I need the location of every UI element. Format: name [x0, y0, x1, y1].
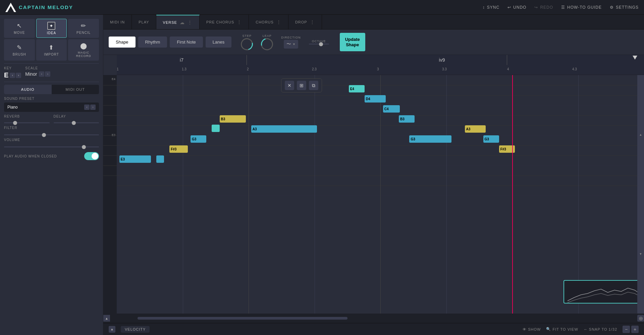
show-button[interactable]: 👁 SHOW [523, 327, 541, 331]
zoom-controls: − + [623, 326, 639, 333]
note-e4-1[interactable]: E4 [349, 85, 365, 92]
sync-button[interactable]: ↕ SYNC [483, 5, 499, 10]
note-e3-2[interactable] [156, 155, 164, 163]
expand-left-arrow[interactable]: ▲ [103, 315, 110, 322]
toolbar-params: STEP LEAP DIRECTION 〜 ▼ [241, 33, 365, 51]
scroll-down-arrow[interactable]: ▼ [637, 194, 644, 314]
tab-rhythm[interactable]: Rhythm [138, 37, 167, 48]
tool-grid: ↖ MOVE ✦ IDEA ✏ PENCIL ✎ BRUSH ⬆ IMPORT … [4, 19, 99, 61]
velocity-arrow[interactable]: ▲ [109, 326, 115, 333]
redo-button[interactable]: ↪ REDO [534, 5, 553, 10]
octave-slider [309, 44, 329, 45]
tool-idea[interactable]: ✦ IDEA [36, 19, 67, 38]
popup-grid-btn[interactable]: ⊞ [297, 81, 306, 90]
note-g3-2[interactable]: G3 [409, 135, 451, 143]
ruler-3.3: 3.3 [442, 67, 447, 71]
octave-track[interactable] [309, 44, 329, 45]
note-teal-1[interactable] [212, 125, 220, 132]
reverb-thumb[interactable] [13, 121, 17, 125]
velocity-button[interactable]: VELOCITY [121, 326, 150, 333]
key-nav-arrows: ‹ › [10, 73, 21, 78]
step-knob[interactable] [239, 36, 255, 52]
scroll-thumb[interactable] [138, 317, 347, 320]
scroll-up-arrow[interactable]: ▲ [637, 75, 644, 194]
ruler: 1 1.3 2 2.3 3 3.3 4 4.3 [117, 65, 637, 75]
reverb-slider[interactable] [4, 122, 50, 123]
preset-prev[interactable]: ‹ [84, 105, 90, 110]
tab-midi-out[interactable]: MIDI OUT [52, 85, 99, 94]
note-c4[interactable]: C4 [383, 105, 400, 113]
tab-verse[interactable]: VERSE ☁ ⋮ [156, 15, 200, 29]
filter-slider[interactable] [4, 134, 99, 135]
tab-midi-in[interactable]: MIDI IN [103, 15, 132, 29]
delay-slider[interactable] [54, 122, 99, 123]
leap-knob[interactable] [259, 36, 275, 52]
note-a3-2[interactable]: A3 [465, 125, 486, 133]
corner-expand-btn[interactable]: ⊕ [637, 315, 644, 322]
tab-first-note[interactable]: First Note [170, 37, 203, 48]
undo-button[interactable]: ↩ UNDO [507, 5, 526, 10]
direction-select[interactable]: 〜 ▼ [284, 40, 298, 49]
note-fsharp3-1[interactable]: F#3 [169, 145, 188, 153]
toggle-knob [92, 153, 98, 159]
step-control: STEP [241, 34, 253, 50]
tool-magic-record[interactable]: ⬤ MAGIC RECORD [68, 39, 99, 61]
key-prev-arrow[interactable]: ‹ [10, 73, 15, 78]
tab-shape[interactable]: Shape [109, 37, 136, 48]
logo-icon [5, 3, 16, 12]
zoom-in-button[interactable]: + [631, 326, 639, 333]
tool-import[interactable]: ⬆ IMPORT [36, 39, 67, 61]
play-audio-toggle[interactable] [84, 152, 99, 160]
drop-more-icon[interactable]: ⋮ [310, 19, 315, 25]
tab-audio[interactable]: AUDIO [4, 85, 52, 94]
tool-brush[interactable]: ✎ BRUSH [4, 39, 35, 61]
settings-button[interactable]: ⚙ SETTINGS [610, 5, 639, 10]
update-shape-button[interactable]: Update Shape [340, 33, 365, 51]
zoom-out-button[interactable]: − [623, 326, 630, 333]
preset-next[interactable]: › [90, 105, 96, 110]
tab-pre-chorus[interactable]: PRE CHORUS ⋮ [200, 15, 249, 29]
snap-icon: ↔ [584, 327, 588, 331]
delay-thumb[interactable] [72, 121, 76, 125]
note-b3-1[interactable]: B3 [220, 115, 246, 123]
note-g3-3[interactable]: G3 [483, 135, 499, 143]
tab-lanes[interactable]: Lanes [206, 37, 231, 48]
chorus-more-icon[interactable]: ⋮ [276, 19, 281, 25]
tab-play[interactable]: PLAY [132, 15, 156, 29]
filter-thumb[interactable] [42, 133, 46, 137]
verse-more-icon[interactable]: ⋮ [187, 20, 193, 25]
popup-close-btn[interactable]: ✕ [285, 81, 294, 90]
step-label: STEP [242, 34, 252, 38]
note-g3-1[interactable]: G3 [191, 135, 206, 143]
grid-area[interactable]: E3 F#3 G3 B3 A3 [117, 75, 644, 314]
popup-copy-btn[interactable]: ⧉ [309, 81, 318, 90]
octave-thumb[interactable] [319, 42, 323, 46]
tool-pencil[interactable]: ✏ PENCIL [68, 19, 99, 38]
popup-overlay: ✕ ⊞ ⧉ [281, 78, 322, 92]
sound-preset-value-row[interactable]: Piano ‹ › [4, 103, 99, 112]
reverb-label: REVERB [4, 115, 50, 118]
note-b3-2[interactable]: B3 [399, 115, 415, 123]
tab-chorus[interactable]: CHORUS ⋮ [249, 15, 288, 29]
note-a3-1[interactable]: A3 [251, 125, 317, 133]
idea-icon: ✦ [47, 22, 55, 30]
scale-label: SCALE [25, 66, 50, 70]
howto-button[interactable]: ☰ HOW-TO GUIDE [561, 5, 602, 10]
note-d4[interactable]: D4 [365, 95, 386, 103]
volume-thumb[interactable] [82, 145, 86, 149]
key-next-arrow[interactable]: › [16, 73, 21, 78]
scale-prev-arrow[interactable]: ‹ [39, 71, 44, 77]
howto-icon: ☰ [561, 5, 565, 10]
snap-button[interactable]: ↔ SNAP TO 1/32 [584, 327, 617, 331]
cloud-icon: ☁ [180, 20, 185, 25]
tool-move[interactable]: ↖ MOVE [4, 19, 35, 38]
scale-value: Minor [25, 71, 37, 77]
tab-drop[interactable]: DROP ⋮ [288, 15, 322, 29]
note-e3-1[interactable]: E3 [119, 155, 151, 163]
fit-to-view-button[interactable]: 🔍 FIT TO VIEW [546, 327, 578, 331]
scale-next-arrow[interactable]: › [45, 71, 50, 77]
volume-label: VOLUME [4, 138, 99, 142]
pre-chorus-more-icon[interactable]: ⋮ [237, 19, 242, 25]
fit-icon: 🔍 [546, 327, 551, 331]
volume-slider[interactable] [4, 146, 99, 147]
